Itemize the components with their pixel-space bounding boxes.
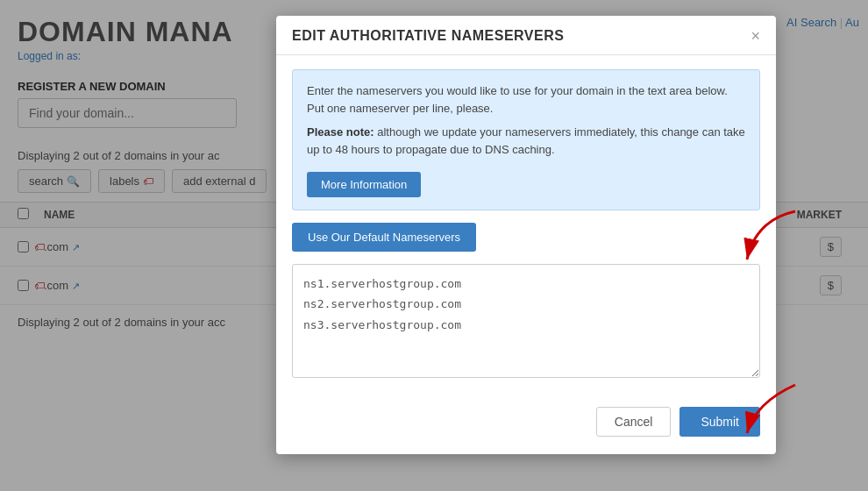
info-box: Enter the nameservers you would like to …	[292, 69, 760, 210]
modal-header: EDIT AUTHORITATIVE NAMESERVERS ×	[276, 16, 776, 55]
modal-close-button[interactable]: ×	[751, 28, 760, 44]
nameservers-textarea[interactable]: ns1.serverhostgroup.com ns2.serverhostgr…	[292, 264, 760, 378]
modal-body: Enter the nameservers you would like to …	[276, 55, 776, 395]
modal-footer: Cancel Submit	[276, 395, 776, 437]
info-note: Please note: although we update your nam…	[307, 124, 745, 158]
note-label: Please note:	[307, 125, 374, 139]
use-default-nameservers-button[interactable]: Use Our Default Nameservers	[292, 223, 476, 252]
edit-nameservers-modal: EDIT AUTHORITATIVE NAMESERVERS × Enter t…	[276, 16, 776, 454]
cancel-button[interactable]: Cancel	[596, 407, 672, 437]
more-info-button[interactable]: More Information	[307, 172, 421, 197]
red-arrow-2	[729, 376, 808, 446]
info-line1: Enter the nameservers you would like to …	[307, 82, 745, 117]
red-arrow-1	[729, 203, 808, 281]
textarea-container: ns1.serverhostgroup.com ns2.serverhostgr…	[292, 264, 760, 381]
modal-title: EDIT AUTHORITATIVE NAMESERVERS	[292, 28, 564, 44]
